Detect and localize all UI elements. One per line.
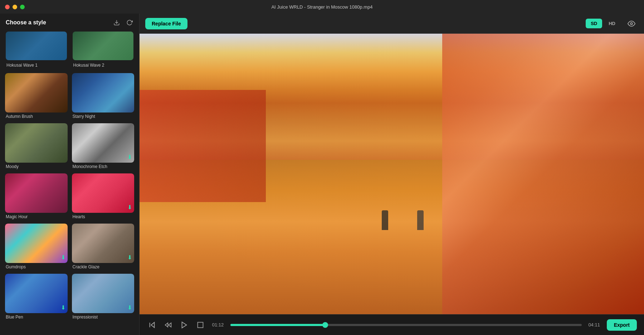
style-label-starry-night: Starry Night bbox=[72, 113, 135, 120]
svg-marker-2 bbox=[151, 322, 154, 327]
style-thumb-monochrome-etch bbox=[72, 123, 135, 163]
style-thumb-hearts bbox=[72, 173, 135, 213]
player-bar: 01:12 04:11 Export bbox=[140, 314, 644, 335]
video-container bbox=[140, 34, 644, 314]
style-label-gumdrops: Gumdrops bbox=[5, 263, 68, 270]
style-thumb-moody bbox=[5, 123, 68, 163]
top-style-labels: Hokusai Wave 1 Hokusai Wave 2 bbox=[0, 30, 139, 70]
style-label-hokusai2: Hokusai Wave 2 bbox=[73, 61, 105, 68]
style-label-autumn-brush: Autumn Brush bbox=[5, 113, 68, 120]
style-thumb-impressionist bbox=[72, 274, 135, 313]
download-badge-blue-pen: ⬇ bbox=[61, 304, 65, 311]
style-label-hokusai1: Hokusai Wave 1 bbox=[6, 61, 38, 68]
step-back-button[interactable] bbox=[163, 320, 173, 330]
quality-group: SD HD bbox=[586, 19, 620, 28]
style-label-hearts: Hearts bbox=[72, 213, 135, 220]
style-label-monochrome-etch: Monochrome Etch bbox=[72, 163, 135, 170]
style-column-2: Starry Night ⬇ Monochrome Etch ⬇ Hearts bbox=[70, 71, 137, 334]
style-column-1: Autumn Brush Moody Magic Hour bbox=[3, 71, 70, 334]
style-item-starry-night[interactable]: Starry Night bbox=[70, 71, 137, 121]
download-badge-hearts: ⬇ bbox=[127, 204, 132, 211]
download-all-button[interactable] bbox=[113, 19, 121, 27]
style-thumb-autumn-brush bbox=[5, 73, 68, 113]
style-label-moody: Moody bbox=[5, 163, 68, 170]
style-label-crackle-glaze: Crackle Glaze bbox=[72, 263, 135, 270]
current-time: 01:12 bbox=[211, 322, 225, 327]
styles-grid: Autumn Brush Moody Magic Hour bbox=[0, 70, 139, 335]
window-title: AI Juice WRLD - Stranger in Moscow 1080p… bbox=[271, 4, 372, 10]
style-item-autumn-brush[interactable]: Autumn Brush bbox=[3, 71, 70, 121]
sidebar-title: Choose a style bbox=[6, 19, 46, 26]
style-item-moody[interactable]: Moody bbox=[3, 121, 70, 171]
export-button[interactable]: Export bbox=[607, 319, 637, 331]
total-time: 04:11 bbox=[587, 322, 601, 327]
style-thumb-starry-night bbox=[72, 73, 135, 113]
style-label-magic-hour: Magic Hour bbox=[5, 213, 68, 220]
style-thumb-crackle-glaze bbox=[72, 224, 135, 263]
download-badge-impressionist: ⬇ bbox=[127, 304, 132, 311]
close-button[interactable] bbox=[5, 5, 10, 9]
style-item-magic-hour[interactable]: Magic Hour bbox=[3, 171, 70, 221]
style-label-impressionist: Impressionist bbox=[72, 313, 135, 320]
top-toolbar: Replace File SD HD bbox=[140, 14, 644, 34]
replace-file-button[interactable]: Replace File bbox=[145, 18, 187, 29]
style-item-blue-pen[interactable]: ⬇ Blue Pen bbox=[3, 272, 70, 322]
style-item-hearts[interactable]: ⬇ Hearts bbox=[70, 171, 137, 221]
svg-point-1 bbox=[630, 23, 633, 25]
style-thumb-magic-hour bbox=[5, 173, 68, 213]
right-panel: Replace File SD HD bbox=[140, 14, 644, 335]
rewind-button[interactable] bbox=[147, 320, 157, 330]
download-badge-gumdrops: ⬇ bbox=[61, 254, 65, 261]
visibility-toggle-button[interactable] bbox=[625, 18, 638, 29]
sidebar: Choose a style bbox=[0, 14, 140, 335]
sidebar-actions bbox=[113, 19, 133, 27]
sidebar-header: Choose a style bbox=[0, 14, 139, 30]
maximize-button[interactable] bbox=[20, 5, 25, 9]
minimize-button[interactable] bbox=[13, 5, 17, 9]
style-thumb-blue-pen bbox=[5, 274, 68, 313]
titlebar: AI Juice WRLD - Stranger in Moscow 1080p… bbox=[0, 0, 644, 14]
style-item-gumdrops[interactable]: ⬇ Gumdrops bbox=[3, 221, 70, 272]
play-button[interactable] bbox=[179, 320, 190, 330]
style-label-blue-pen: Blue Pen bbox=[5, 313, 68, 320]
progress-bar[interactable] bbox=[230, 324, 582, 326]
style-item-monochrome-etch[interactable]: ⬇ Monochrome Etch bbox=[70, 121, 137, 171]
progress-fill bbox=[230, 324, 325, 326]
svg-marker-4 bbox=[165, 323, 168, 327]
progress-handle[interactable] bbox=[322, 322, 328, 328]
svg-marker-6 bbox=[182, 322, 187, 328]
traffic-lights bbox=[5, 5, 25, 9]
svg-marker-5 bbox=[169, 323, 171, 327]
refresh-button[interactable] bbox=[126, 19, 133, 27]
style-item-impressionist[interactable]: ⬇ Impressionist bbox=[70, 272, 137, 322]
svg-rect-7 bbox=[198, 322, 203, 327]
main-content: Choose a style bbox=[0, 14, 644, 335]
style-thumb-gumdrops bbox=[5, 224, 68, 263]
quality-hd-button[interactable]: HD bbox=[604, 19, 620, 28]
video-scene bbox=[140, 34, 644, 314]
download-badge-crackle: ⬇ bbox=[127, 254, 132, 261]
stop-button[interactable] bbox=[195, 320, 205, 330]
download-badge-monochrome: ⬇ bbox=[127, 154, 132, 161]
quality-sd-button[interactable]: SD bbox=[586, 19, 602, 28]
style-item-crackle-glaze[interactable]: ⬇ Crackle Glaze bbox=[70, 221, 137, 272]
